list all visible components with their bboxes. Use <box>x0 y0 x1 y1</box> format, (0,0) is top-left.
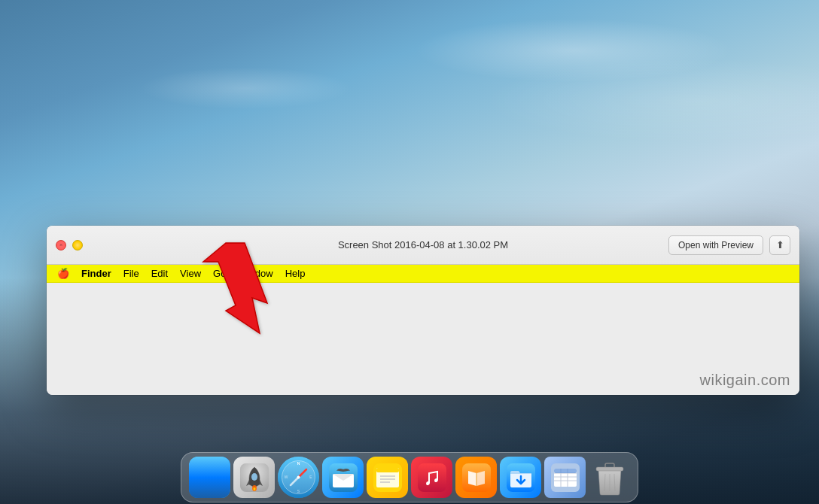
menu-view[interactable]: View <box>174 267 207 280</box>
svg-text:W: W <box>285 475 288 479</box>
svg-point-9 <box>251 473 257 481</box>
svg-rect-1 <box>196 463 224 492</box>
menu-help[interactable]: Help <box>279 267 312 280</box>
dock-item-books[interactable] <box>455 457 497 498</box>
open-with-preview-button[interactable]: Open with Preview <box>668 235 763 255</box>
svg-point-4 <box>212 473 216 478</box>
apple-icon: 🍎 <box>57 268 69 279</box>
window-controls: × <box>56 240 83 250</box>
svg-rect-42 <box>554 469 577 473</box>
minimize-button[interactable] <box>72 240 83 250</box>
dock-item-trash[interactable] <box>589 457 630 498</box>
window-content: wikigain.com <box>47 283 799 395</box>
close-button[interactable]: × <box>56 240 66 250</box>
svg-point-17 <box>297 476 300 479</box>
finder-icon <box>196 463 224 492</box>
dock-item-notes[interactable] <box>367 457 408 498</box>
share-icon: ⬆ <box>776 239 784 250</box>
downloads-icon <box>507 463 535 492</box>
dock-item-finder[interactable] <box>189 457 230 498</box>
title-bar-actions: Open with Preview ⬆ <box>668 235 790 255</box>
watermark: wikigain.com <box>700 372 790 389</box>
dock-item-mail[interactable] <box>322 457 364 498</box>
menu-bar-items: 🍎 Finder File Edit View Go Wind <box>51 267 311 280</box>
desktop: × Screen Shot 2016-04-08 at 1.30.02 PM O… <box>0 0 819 504</box>
menu-bar: 🍎 Finder File Edit View Go Wind <box>47 265 799 283</box>
menu-file[interactable]: File <box>117 267 145 280</box>
menu-edit[interactable]: Edit <box>145 267 174 280</box>
files-icon <box>551 463 580 492</box>
trash-icon <box>594 459 626 496</box>
menu-window[interactable]: Window <box>232 267 279 280</box>
close-icon: × <box>59 241 63 248</box>
safari-icon: N S E W <box>278 457 319 498</box>
dock-item-downloads[interactable] <box>500 457 541 498</box>
title-bar: × Screen Shot 2016-04-08 at 1.30.02 PM O… <box>47 226 799 265</box>
notes-icon <box>373 463 402 492</box>
svg-point-3 <box>204 473 209 478</box>
svg-text:N: N <box>297 461 300 466</box>
share-button[interactable]: ⬆ <box>769 235 790 255</box>
svg-point-11 <box>253 487 255 490</box>
menu-finder[interactable]: Finder <box>75 267 117 280</box>
mail-icon <box>329 463 358 492</box>
dock-item-music[interactable] <box>411 457 452 498</box>
menu-go[interactable]: Go <box>207 267 232 280</box>
svg-point-6 <box>213 475 215 477</box>
books-icon <box>462 463 491 492</box>
dock-item-launchpad[interactable] <box>233 457 275 498</box>
dock-item-files[interactable] <box>544 457 586 498</box>
svg-rect-43 <box>596 467 623 471</box>
apple-menu[interactable]: 🍎 <box>51 268 75 279</box>
svg-point-5 <box>206 475 208 477</box>
window-title: Screen Shot 2016-04-08 at 1.30.02 PM <box>338 239 508 250</box>
svg-rect-26 <box>376 468 399 472</box>
music-icon <box>418 463 446 492</box>
launchpad-icon <box>240 463 269 492</box>
dock: N S E W <box>181 452 638 502</box>
dock-item-safari[interactable]: N S E W <box>278 457 319 498</box>
finder-window: × Screen Shot 2016-04-08 at 1.30.02 PM O… <box>47 226 799 395</box>
svg-rect-30 <box>418 463 446 492</box>
svg-point-2 <box>199 469 221 488</box>
